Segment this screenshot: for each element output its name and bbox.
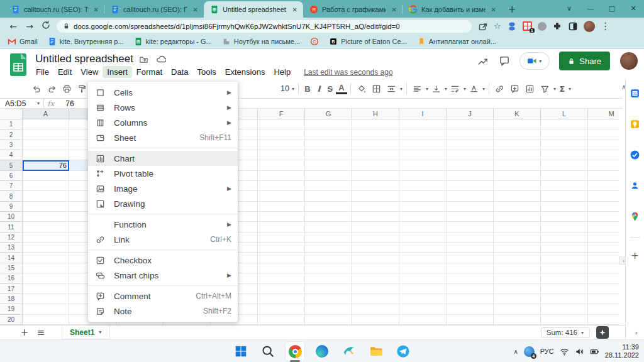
- cell-I12[interactable]: [399, 233, 447, 243]
- cell-H11[interactable]: [352, 222, 399, 232]
- cell-I11[interactable]: [399, 222, 447, 232]
- sheet-tab[interactable]: Sheet1 ▾: [62, 326, 110, 339]
- cell-F10[interactable]: [258, 212, 305, 222]
- row-header-14[interactable]: 14: [0, 253, 23, 263]
- cell-G17[interactable]: [305, 284, 352, 294]
- cell-G2[interactable]: [305, 129, 352, 140]
- cell-H3[interactable]: [352, 140, 399, 150]
- cell-M9[interactable]: [588, 202, 619, 212]
- column-header-G[interactable]: G: [305, 109, 352, 119]
- cell-L7[interactable]: [541, 181, 588, 191]
- taskbar-edge-button[interactable]: [313, 342, 331, 361]
- column-header-I[interactable]: I: [399, 109, 447, 119]
- extensions-puzzle-icon[interactable]: [552, 21, 562, 31]
- activity-icon[interactable]: [477, 55, 489, 67]
- column-header-L[interactable]: L: [541, 109, 588, 119]
- cell-J11[interactable]: [447, 222, 494, 232]
- cell-L10[interactable]: [541, 212, 588, 222]
- text-wrap-button[interactable]: [448, 82, 462, 96]
- row-header-8[interactable]: 8: [0, 191, 23, 201]
- paint-format-button[interactable]: [75, 82, 89, 96]
- cell-I9[interactable]: [399, 202, 447, 212]
- cell-K9[interactable]: [494, 202, 541, 212]
- row-header-15[interactable]: 15: [0, 263, 23, 273]
- row-header-6[interactable]: 6: [0, 171, 23, 181]
- cell-F1[interactable]: [258, 119, 305, 129]
- cell-J17[interactable]: [447, 284, 494, 294]
- cell-A8[interactable]: [23, 191, 69, 201]
- column-header-J[interactable]: J: [447, 109, 494, 119]
- cell-J19[interactable]: [447, 304, 494, 314]
- bookmark-star-icon[interactable]: ☆: [494, 21, 501, 31]
- star-document-icon[interactable]: ☆: [123, 54, 131, 64]
- cell-I5[interactable]: [399, 160, 447, 170]
- cell-H4[interactable]: [352, 150, 399, 160]
- cell-K7[interactable]: [494, 181, 541, 191]
- cell-M2[interactable]: [588, 129, 619, 140]
- cell-K17[interactable]: [494, 284, 541, 294]
- cell-F2[interactable]: [258, 129, 305, 140]
- new-tab-button[interactable]: +: [508, 4, 516, 15]
- filter-button[interactable]: [538, 82, 552, 96]
- cell-J4[interactable]: [447, 150, 494, 160]
- cell-H1[interactable]: [352, 119, 399, 129]
- taskbar-telegram-button[interactable]: [394, 342, 413, 361]
- cell-L1[interactable]: [541, 119, 588, 129]
- cell-L17[interactable]: [541, 284, 588, 294]
- cell-M16[interactable]: [588, 273, 619, 283]
- cell-G9[interactable]: [305, 202, 352, 212]
- cell-F18[interactable]: [258, 294, 305, 304]
- cell-L4[interactable]: [541, 150, 588, 160]
- cell-I19[interactable]: [399, 304, 447, 314]
- cell-J14[interactable]: [447, 253, 494, 263]
- cell-A14[interactable]: [23, 253, 69, 263]
- cell-F20[interactable]: [258, 315, 305, 325]
- insert-comment-button[interactable]: [508, 82, 522, 96]
- row-header-10[interactable]: 10: [0, 212, 23, 222]
- forward-button[interactable]: →: [21, 21, 38, 31]
- cell-A18[interactable]: [23, 294, 69, 304]
- cell-G7[interactable]: [305, 181, 352, 191]
- language-indicator[interactable]: РУС: [540, 348, 554, 355]
- cell-K1[interactable]: [494, 119, 541, 129]
- cell-G12[interactable]: [305, 233, 352, 243]
- sheets-logo-icon[interactable]: [9, 53, 28, 77]
- column-header-K[interactable]: K: [494, 109, 541, 119]
- cell-M19[interactable]: [588, 304, 619, 314]
- cell-K3[interactable]: [494, 140, 541, 150]
- row-header-3[interactable]: 3: [0, 140, 23, 150]
- extension-gray-icon[interactable]: [538, 22, 547, 31]
- cell-H7[interactable]: [352, 181, 399, 191]
- add-sheet-button[interactable]: +: [16, 327, 33, 338]
- cell-F4[interactable]: [258, 150, 305, 160]
- sidepanel-keep-button[interactable]: [630, 119, 640, 132]
- menubar-item-help[interactable]: Help: [269, 66, 295, 78]
- row-header-13[interactable]: 13: [0, 243, 23, 253]
- bold-button[interactable]: B: [302, 84, 313, 94]
- h-align-caret-icon[interactable]: ▾: [426, 86, 428, 92]
- tab-close-icon[interactable]: ✕: [489, 6, 498, 13]
- move-folder-icon[interactable]: [139, 55, 148, 64]
- cell-J1[interactable]: [447, 119, 494, 129]
- cell-K13[interactable]: [494, 243, 541, 253]
- sidepanel-calendar-button[interactable]: 31: [630, 88, 640, 101]
- cell-I3[interactable]: [399, 140, 447, 150]
- row-header-20[interactable]: 20: [0, 315, 23, 325]
- menubar-item-tools[interactable]: Tools: [192, 66, 220, 78]
- cell-K11[interactable]: [494, 222, 541, 232]
- cell-F5[interactable]: [258, 160, 305, 170]
- browser-tab[interactable]: Untitled spreadsheet - Goog✕: [204, 1, 303, 18]
- grid-corner[interactable]: [0, 109, 23, 119]
- text-color-button[interactable]: A: [336, 84, 347, 94]
- cell-L14[interactable]: [541, 253, 588, 263]
- cell-A15[interactable]: [23, 263, 69, 273]
- cell-A2[interactable]: [23, 129, 69, 140]
- tab-close-icon[interactable]: ✕: [92, 6, 101, 13]
- row-header-11[interactable]: 11: [0, 222, 23, 232]
- cell-K5[interactable]: [494, 160, 541, 170]
- link-button[interactable]: [493, 82, 507, 96]
- borders-button[interactable]: [370, 82, 384, 96]
- bookmark-item[interactable]: Gmail: [8, 37, 38, 46]
- cell-A16[interactable]: [23, 273, 69, 283]
- browser-profile-avatar[interactable]: [584, 21, 595, 32]
